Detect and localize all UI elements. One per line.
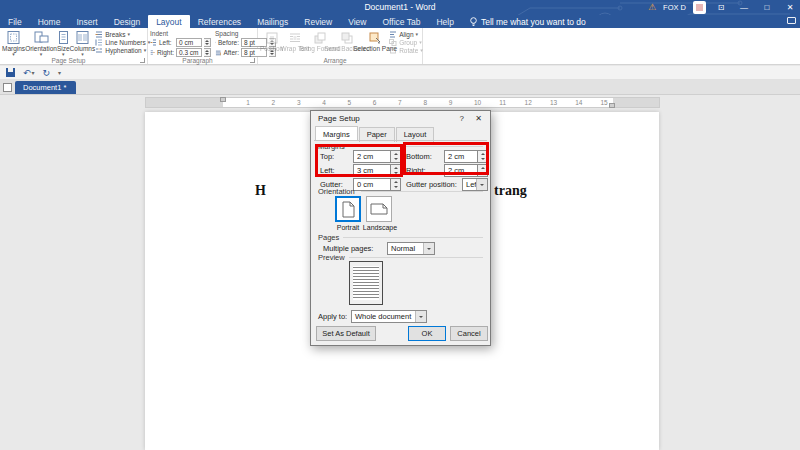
breaks-button[interactable]: Breaks ▾ bbox=[95, 31, 150, 38]
indent-right-stepper[interactable] bbox=[204, 48, 211, 57]
spinner-up-icon[interactable] bbox=[481, 167, 485, 169]
indent-marker-icon[interactable] bbox=[220, 97, 226, 102]
gutter-position-select[interactable]: Left bbox=[462, 178, 488, 191]
spinner-up-icon[interactable] bbox=[205, 50, 209, 52]
spinner-up-icon[interactable] bbox=[394, 153, 398, 155]
minimize-button[interactable]: — bbox=[736, 3, 752, 12]
top-margin-input[interactable]: 2 cm bbox=[353, 150, 391, 163]
dropdown-button[interactable] bbox=[476, 179, 487, 190]
document-tab[interactable]: Document1 * bbox=[15, 81, 76, 94]
tab-references[interactable]: References bbox=[190, 15, 249, 28]
ruler-number: 10 bbox=[474, 98, 481, 107]
lightbulb-icon bbox=[470, 17, 477, 27]
ruler-number: 5 bbox=[348, 98, 352, 107]
top-margin-stepper[interactable] bbox=[391, 150, 401, 163]
tab-file[interactable]: File bbox=[0, 15, 30, 28]
tab-help[interactable]: Help bbox=[428, 15, 461, 28]
right-indent-marker-icon[interactable] bbox=[609, 103, 615, 108]
spinner-down-icon[interactable] bbox=[394, 172, 398, 174]
help-button[interactable]: ? bbox=[460, 114, 464, 123]
horizontal-ruler[interactable]: 123456789101112131415 bbox=[145, 97, 660, 108]
office-tab-icon[interactable] bbox=[3, 83, 12, 92]
tab-review[interactable]: Review bbox=[296, 15, 340, 28]
divider bbox=[343, 237, 483, 238]
tab-office-tab[interactable]: Office Tab bbox=[374, 15, 428, 28]
foxit-badge-icon[interactable] bbox=[693, 1, 706, 14]
left-margin-input[interactable]: 3 cm bbox=[353, 164, 391, 177]
landscape-option[interactable] bbox=[366, 196, 392, 222]
tell-me-box[interactable]: Tell me what you want to do bbox=[462, 15, 594, 28]
undo-button[interactable]: ↶▾ bbox=[23, 68, 35, 78]
close-button[interactable]: ✕ bbox=[782, 3, 798, 12]
margins-button[interactable]: Margins ▾ bbox=[2, 29, 25, 56]
indent-left-stepper[interactable] bbox=[204, 38, 211, 47]
dropdown-button[interactable] bbox=[415, 311, 426, 322]
gutter-input[interactable]: 0 cm bbox=[353, 178, 391, 191]
hyphenation-button[interactable]: Hyphenation ▾ bbox=[95, 47, 150, 54]
ribbon-tab-row: File Home Insert Design Layout Reference… bbox=[0, 15, 800, 28]
gutter-stepper[interactable] bbox=[391, 178, 401, 191]
line-numbers-button[interactable]: Line Numbers ▾ bbox=[95, 39, 150, 46]
size-button[interactable]: Size ▾ bbox=[57, 29, 70, 56]
spacing-after-icon bbox=[215, 49, 221, 56]
bottom-margin-stepper[interactable] bbox=[478, 150, 488, 163]
bottom-margin-input[interactable]: 2 cm bbox=[444, 150, 478, 163]
multiple-pages-select[interactable]: Normal bbox=[387, 242, 435, 255]
right-margin-input[interactable]: 2 cm bbox=[444, 164, 478, 177]
right-margin-stepper[interactable] bbox=[478, 164, 488, 177]
titlebar: Document1 - Word ⚠ FOX D ⊡ — □ ✕ bbox=[0, 0, 800, 15]
divider bbox=[349, 257, 483, 258]
ok-button[interactable]: OK bbox=[408, 326, 446, 341]
chat-icon[interactable] bbox=[787, 17, 796, 24]
document-heading-fragment: trang bbox=[494, 183, 527, 199]
breaks-icon bbox=[95, 31, 103, 38]
chevron-down-icon: ▾ bbox=[40, 53, 43, 56]
tab-view[interactable]: View bbox=[340, 15, 374, 28]
landscape-label: Landscape bbox=[359, 224, 401, 231]
selection-pane-icon bbox=[369, 31, 381, 44]
spinner-up-icon[interactable] bbox=[394, 167, 398, 169]
ruler-number: 15 bbox=[601, 98, 608, 107]
apply-to-select[interactable]: Whole document bbox=[351, 310, 427, 323]
indent-right-input[interactable]: 0.3 cm bbox=[176, 48, 202, 57]
ribbon-display-options-icon[interactable]: ⊡ bbox=[713, 3, 729, 12]
dialog-titlebar[interactable]: Page Setup ? ✕ bbox=[311, 111, 490, 126]
chevron-down-icon: ▾ bbox=[12, 53, 15, 56]
spinner-down-icon[interactable] bbox=[394, 158, 398, 160]
spinner-up-icon[interactable] bbox=[205, 40, 209, 42]
indent-right-icon bbox=[150, 49, 155, 56]
redo-button[interactable]: ↻ bbox=[43, 68, 51, 78]
dialog-tab-margins[interactable]: Margins bbox=[315, 126, 358, 141]
indent-left-input[interactable]: 0 cm bbox=[176, 38, 202, 47]
tab-mailings[interactable]: Mailings bbox=[249, 15, 296, 28]
portrait-option[interactable] bbox=[335, 196, 361, 222]
tab-home[interactable]: Home bbox=[30, 15, 69, 28]
set-as-default-button[interactable]: Set As Default bbox=[316, 326, 376, 341]
dialog-close-button[interactable]: ✕ bbox=[475, 114, 482, 123]
paragraph-dialog-launcher-icon[interactable] bbox=[250, 58, 255, 63]
tab-design[interactable]: Design bbox=[106, 15, 148, 28]
cancel-button[interactable]: Cancel bbox=[450, 326, 488, 341]
left-margin-stepper[interactable] bbox=[391, 164, 401, 177]
tab-insert[interactable]: Insert bbox=[68, 15, 105, 28]
spinner-down-icon[interactable] bbox=[205, 53, 209, 55]
orientation-button[interactable]: Orientation ▾ bbox=[25, 29, 57, 56]
send-backward-icon bbox=[341, 31, 353, 44]
spinner-down-icon[interactable] bbox=[205, 43, 209, 45]
tab-layout[interactable]: Layout bbox=[148, 15, 190, 28]
spinner-up-icon[interactable] bbox=[481, 153, 485, 155]
customize-qat-button[interactable]: ▾ bbox=[58, 69, 61, 76]
spinner-down-icon[interactable] bbox=[481, 158, 485, 160]
columns-button[interactable]: Columns ▾ bbox=[70, 29, 96, 56]
page-setup-dialog-launcher-icon[interactable] bbox=[140, 58, 145, 63]
save-button[interactable] bbox=[6, 68, 15, 77]
align-button[interactable]: Align ▾ bbox=[389, 31, 423, 38]
group-arrange: Position Wrap Text Bring Forward Send Ba… bbox=[258, 28, 423, 64]
maximize-button[interactable]: □ bbox=[759, 3, 775, 12]
spinner-down-icon[interactable] bbox=[394, 186, 398, 188]
chevron-down-icon[interactable]: ▾ bbox=[32, 69, 35, 76]
spinner-up-icon[interactable] bbox=[394, 181, 398, 183]
spinner-down-icon[interactable] bbox=[481, 172, 485, 174]
dropdown-button[interactable] bbox=[423, 243, 434, 254]
spacing-before-icon bbox=[215, 39, 216, 46]
